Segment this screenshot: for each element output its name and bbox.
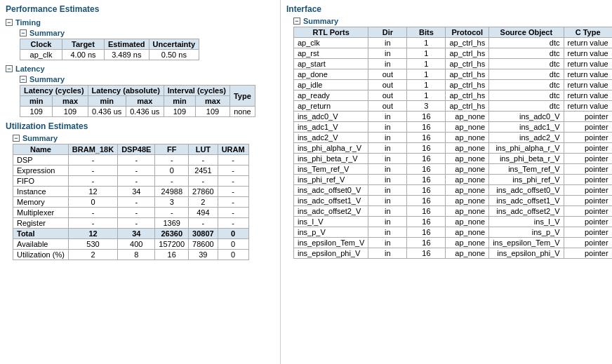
table-cell: ins_I_V xyxy=(489,217,564,227)
table-cell: ap_none xyxy=(446,154,489,164)
table-row: FIFO----- xyxy=(13,176,249,187)
table-cell: - xyxy=(68,176,117,187)
table-cell: 0.436 us xyxy=(88,107,126,117)
table-cell: ap_ctrl_hs xyxy=(446,38,489,48)
table-cell: Instance xyxy=(13,187,69,197)
timing-summary-collapse-icon[interactable]: − xyxy=(20,29,27,36)
table-cell: 0 xyxy=(68,197,117,208)
table-cell: - xyxy=(155,176,189,187)
table-cell: - xyxy=(118,218,155,229)
table-cell: pointer xyxy=(564,164,612,175)
table-cell: ap_none xyxy=(446,227,489,238)
table-cell: 109 xyxy=(196,107,230,117)
table-cell: in xyxy=(368,38,407,48)
table-cell: in xyxy=(368,238,407,248)
rtl-col-ctype: C Type xyxy=(564,27,612,38)
table-cell: ap_none xyxy=(446,196,489,206)
table-cell: ap_none xyxy=(446,143,489,154)
table-cell: 0.436 us xyxy=(126,107,164,117)
table-cell: 0 xyxy=(218,250,248,260)
table-cell: ins_adc1_V xyxy=(489,122,564,133)
table-cell: ap_done xyxy=(294,69,368,80)
table-row: ap_startin1ap_ctrl_hsdtcreturn value xyxy=(294,59,613,69)
table-cell: ap_none xyxy=(446,248,489,259)
table-row: ins_phi_beta_r_Vin16ap_noneins_phi_beta_… xyxy=(294,154,613,164)
performance-estimates-title: Performance Estimates xyxy=(6,4,274,14)
table-cell: in xyxy=(368,196,407,206)
table-cell: 78600 xyxy=(189,239,218,250)
table-cell: in xyxy=(368,164,407,175)
table-cell: in xyxy=(368,133,407,143)
rtl-col-dir: Dir xyxy=(368,27,407,38)
timing-collapse-icon[interactable]: − xyxy=(6,19,13,26)
table-cell: - xyxy=(68,218,117,229)
latency-section: − Latency − Summary Latency (cycles) Lat… xyxy=(6,65,274,117)
util-summary-header: − Summary xyxy=(13,134,274,142)
table-row: ins_adc_offset0_Vin16ap_noneins_adc_offs… xyxy=(294,185,613,196)
table-cell: pointer xyxy=(564,122,612,133)
table-cell: ins_adc0_V xyxy=(489,112,564,122)
rtl-col-protocol: Protocol xyxy=(446,27,489,38)
table-cell: ins_phi_beta_r_V xyxy=(294,154,368,164)
table-cell: pointer xyxy=(564,248,612,259)
table-row: ins_adc0_Vin16ap_noneins_adc0_Vpointer xyxy=(294,112,613,122)
table-cell: ap_none xyxy=(446,122,489,133)
table-cell: 16 xyxy=(155,250,189,260)
table-cell: Register xyxy=(13,218,69,229)
table-cell: ap_ctrl_hs xyxy=(446,80,489,90)
latency-summary-collapse-icon[interactable]: − xyxy=(20,76,27,83)
table-cell: 3.489 ns xyxy=(105,50,149,60)
lat-max2: max xyxy=(126,96,164,107)
table-cell: - xyxy=(155,208,189,218)
table-row: ins_phi_ref_Vin16ap_noneins_phi_ref_Vpoi… xyxy=(294,175,613,185)
table-cell: 1 xyxy=(407,48,446,59)
table-cell: 34 xyxy=(118,187,155,197)
table-cell: ins_adc_offset1_V xyxy=(294,196,368,206)
table-cell: ins_adc1_V xyxy=(294,122,368,133)
table-cell: ins_adc_offset1_V xyxy=(489,196,564,206)
table-cell: return value xyxy=(564,38,612,48)
table-cell: 26360 xyxy=(155,229,189,239)
table-cell: 3 xyxy=(155,197,189,208)
lat-max3: max xyxy=(196,96,230,107)
table-cell: 34 xyxy=(118,229,155,239)
table-cell: out xyxy=(368,80,407,90)
table-cell: pointer xyxy=(564,206,612,217)
table-cell: - xyxy=(118,166,155,176)
lat-min3: min xyxy=(164,96,195,107)
table-cell: 16 xyxy=(407,185,446,196)
table-cell: - xyxy=(68,208,117,218)
table-cell: in xyxy=(368,227,407,238)
table-cell: ap_ctrl_hs xyxy=(446,48,489,59)
table-cell: ins_p_V xyxy=(294,227,368,238)
latency-collapse-icon[interactable]: − xyxy=(6,65,13,72)
table-row: ap_returnout3ap_ctrl_hsdtcreturn value xyxy=(294,101,613,112)
table-cell: pointer xyxy=(564,227,612,238)
table-cell: ap_clk xyxy=(294,38,368,48)
table-cell: in xyxy=(368,206,407,217)
util-col-name: Name xyxy=(13,144,69,155)
table-cell: dtc xyxy=(489,69,564,80)
table-cell: 1 xyxy=(407,38,446,48)
table-row: Multiplexer---494- xyxy=(13,208,249,218)
latency-header: − Latency xyxy=(6,65,274,73)
table-cell: 39 xyxy=(189,250,218,260)
table-cell: - xyxy=(218,155,248,166)
table-cell: 24988 xyxy=(155,187,189,197)
table-cell: pointer xyxy=(564,175,612,185)
table-cell: dtc xyxy=(489,59,564,69)
table-cell: ap_idle xyxy=(294,80,368,90)
timing-col-uncertainty: Uncertainty xyxy=(149,39,199,50)
util-summary-collapse-icon[interactable]: − xyxy=(13,135,20,142)
table-row: ins_phi_alpha_r_Vin16ap_noneins_phi_alph… xyxy=(294,143,613,154)
util-col-bram: BRAM_18K xyxy=(68,144,117,155)
table-cell: ap_none xyxy=(446,175,489,185)
interface-summary-collapse-icon[interactable]: − xyxy=(293,18,300,25)
table-cell: 2451 xyxy=(189,166,218,176)
table-cell: - xyxy=(218,187,248,197)
util-col-uram: URAM xyxy=(218,144,248,155)
util-col-lut: LUT xyxy=(189,144,218,155)
table-cell: 30807 xyxy=(189,229,218,239)
table-cell: dtc xyxy=(489,90,564,101)
table-cell: ap_ctrl_hs xyxy=(446,101,489,112)
